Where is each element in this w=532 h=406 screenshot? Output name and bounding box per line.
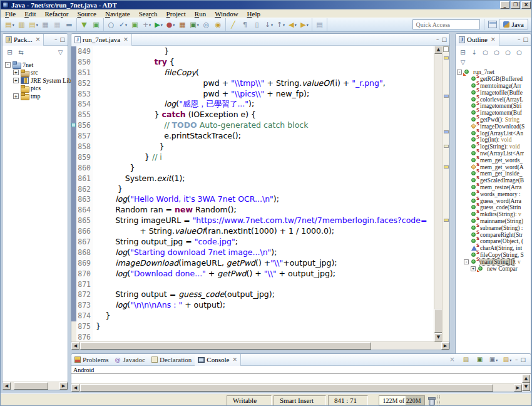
run-button[interactable]: ▶▾ <box>153 19 164 30</box>
marker-bar[interactable] <box>71 332 76 341</box>
open-type-button[interactable]: ◎ <box>201 19 212 30</box>
outline-item-filecopy-string-s[interactable]: +SfileCopy(String, S <box>456 252 531 259</box>
chevron-down-icon[interactable]: ▾ <box>125 23 127 27</box>
outline-item-imagedownload-s[interactable]: +SimageDownload(S <box>456 123 531 130</box>
marker-bar[interactable] <box>71 226 76 237</box>
outline-item-mem-get-words-[interactable]: +Smem_get_words_ <box>456 157 531 164</box>
run-garbage-collector-button[interactable] <box>427 397 435 405</box>
chevron-down-icon[interactable]: ▾ <box>197 23 199 27</box>
outline-item-colorlevel-arrayl[interactable]: +Scolorlevel(ArrayL <box>456 96 531 103</box>
code-editor[interactable]: 849}850try {851fileCopy(852pwd + "\\tmp\… <box>71 46 434 341</box>
marker-bar[interactable] <box>71 237 76 247</box>
outline-item-charat-string-int[interactable]: +ScharAt(String, int <box>456 245 531 252</box>
outline-item-run-7net[interactable]: -run_7net <box>456 69 531 76</box>
hide-local-types-button[interactable]: ○ <box>514 48 524 56</box>
scroll-right-icon[interactable]: ▶ <box>441 342 449 350</box>
view-menu-icon[interactable]: ▽ <box>56 48 65 56</box>
junit-button[interactable]: ▣▾ <box>189 19 200 30</box>
tab-problems[interactable]: Problems <box>71 354 112 366</box>
android-sdk-manager-button[interactable]: ▼ <box>79 19 90 30</box>
open-perspective-button[interactable] <box>488 21 497 28</box>
scroll-thumb[interactable] <box>80 342 371 350</box>
marker-bar[interactable] <box>71 142 76 152</box>
marker-bar[interactable] <box>71 174 76 184</box>
outline-item-new-compar[interactable]: +new Compar <box>456 265 531 272</box>
save-all-button[interactable]: ▦ <box>52 19 63 30</box>
console-vscrollbar[interactable]: ▲ ▼ <box>522 375 530 391</box>
minimize-view-icon[interactable]: – <box>54 37 58 43</box>
menu-project[interactable]: Project <box>162 10 190 18</box>
marker-bar[interactable] <box>71 289 76 300</box>
close-icon[interactable]: ✕ <box>123 36 128 43</box>
scroll-lock-button[interactable]: ▤ <box>461 355 471 365</box>
window-restore-button[interactable]: ❐ <box>511 1 520 9</box>
marker-bar[interactable] <box>71 258 76 269</box>
sort-button[interactable]: ↓ <box>469 48 479 56</box>
menu-navigate[interactable]: Navigate <box>101 10 135 18</box>
marker-bar[interactable] <box>71 216 76 226</box>
tab-declaration[interactable]: Declaration <box>148 354 195 366</box>
block-selection-button[interactable]: ▯ <box>252 19 262 30</box>
marker-bar[interactable] <box>71 68 76 78</box>
scroll-left-icon[interactable]: ◀ <box>3 382 11 390</box>
outline-item-main-string-[interactable]: -Smain(String[]) : v <box>456 258 531 265</box>
outline-item-getscaledimage-b[interactable]: +SgetScaledImage(B <box>456 177 531 184</box>
marker-bar[interactable] <box>71 247 76 258</box>
editor-hscrollbar[interactable]: ◀ ▶ <box>71 341 449 350</box>
chevron-down-icon[interactable]: ▾ <box>173 23 175 27</box>
annotation-marker[interactable] <box>444 95 449 98</box>
minimize-view-icon[interactable]: – <box>518 37 521 43</box>
save-button[interactable]: ▦ <box>40 19 51 30</box>
marker-bar[interactable] <box>71 194 76 205</box>
back-history-button[interactable]: ◀▾ <box>287 19 298 30</box>
outline-item-subname-string-[interactable]: +Ssubname(String) : <box>456 224 531 231</box>
tab-outline[interactable]: Outline ✕ <box>456 34 499 46</box>
print-button[interactable]: ▬ <box>64 19 74 30</box>
outline-item-log-arraylist-an[interactable]: +Slog(ArrayList<An <box>456 130 531 137</box>
marker-bar[interactable] <box>71 120 76 131</box>
outline-item-log-string-[interactable]: +Slog(String) : void <box>456 143 531 150</box>
scroll-thumb[interactable] <box>80 384 493 392</box>
editor-vscrollbar[interactable]: ▲ ▼ <box>434 46 442 341</box>
annotation-marker[interactable] <box>444 56 449 60</box>
expander-icon[interactable]: - <box>5 62 11 68</box>
marker-bar[interactable] <box>71 57 76 68</box>
outline-item-getpwd-[interactable]: +SgetPwd() : String <box>456 117 531 123</box>
scroll-down-icon[interactable]: ▼ <box>522 383 530 391</box>
marker-bar[interactable] <box>71 131 76 142</box>
collapse-all-button[interactable]: ⊟ <box>458 48 468 56</box>
outline-item-log-int-[interactable]: +Slog(int) : void <box>456 137 531 143</box>
outline-item-guess-word-arra[interactable]: +Sguess_word(Arra <box>456 197 531 204</box>
outline-item-compare-object-[interactable]: +Scompare(Object, ( <box>456 238 531 245</box>
minimize-view-icon[interactable]: – <box>515 357 518 363</box>
outline-item-getrgb-buffered[interactable]: +SgetRGB(Buffered <box>456 76 531 83</box>
tree-item-tmp[interactable]: +tmp <box>3 92 68 100</box>
chevron-down-icon[interactable]: ▾ <box>509 358 511 362</box>
pin-console-button[interactable]: ▣ <box>474 355 485 365</box>
marker-bar[interactable] <box>71 311 76 321</box>
menu-window[interactable]: Window <box>210 10 242 18</box>
annotation-marker[interactable] <box>444 145 449 148</box>
android-virtual-device-manager-button[interactable]: ▣ <box>91 19 101 30</box>
quick-access-input[interactable] <box>412 19 480 29</box>
scroll-right-icon[interactable]: ▶ <box>514 384 522 392</box>
overview-ruler[interactable] <box>442 46 449 341</box>
pin-editor-button[interactable]: ▤ <box>314 19 325 30</box>
outline-item-words-memory-[interactable]: +Swords_memory : <box>456 190 531 197</box>
show-whitespace-button[interactable]: ¶ <box>240 19 250 30</box>
expander-icon[interactable]: - <box>457 70 462 75</box>
expander-icon[interactable]: - <box>464 259 469 264</box>
chevron-down-icon[interactable]: ▾ <box>36 23 38 27</box>
maximize-view-icon[interactable]: □ <box>523 37 528 43</box>
tree-item-pics[interactable]: +pics <box>3 85 68 93</box>
tab-console[interactable]: Console✕ <box>195 354 241 366</box>
new-file-button[interactable]: ▤▾ <box>28 19 39 30</box>
marker-bar[interactable] <box>71 152 76 163</box>
mark-occurrences-button[interactable]: ✓▾ <box>118 19 128 30</box>
close-icon[interactable]: ✕ <box>232 357 237 363</box>
link-with-editor-button[interactable]: ⇆ <box>16 48 26 56</box>
marker-bar[interactable] <box>71 269 76 279</box>
tree-item-src[interactable]: +src <box>3 69 68 77</box>
chevron-down-icon[interactable]: ▾ <box>149 23 151 27</box>
marker-bar[interactable] <box>71 184 76 195</box>
